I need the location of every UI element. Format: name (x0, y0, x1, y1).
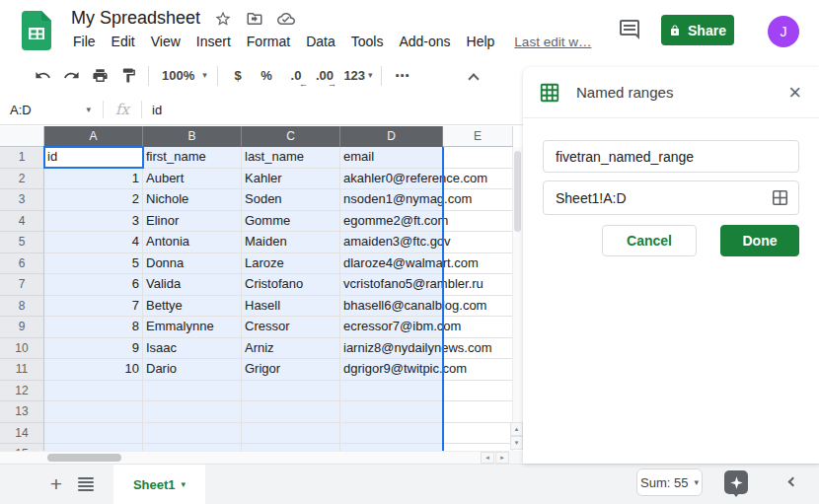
row-header-10[interactable]: 10 (0, 338, 44, 360)
column-header-E[interactable]: E (443, 126, 513, 147)
cell[interactable]: ecressor7@ibm.com (340, 317, 443, 338)
cell[interactable] (242, 381, 340, 402)
menu-item-format[interactable]: Format (239, 33, 298, 50)
cell[interactable]: Antonia (143, 232, 242, 253)
redo-button[interactable] (59, 64, 83, 88)
sheets-logo-icon[interactable] (22, 11, 51, 50)
cell[interactable] (44, 423, 143, 445)
cell[interactable] (443, 211, 513, 233)
cell[interactable]: akahler0@reference.com (340, 169, 443, 190)
cell[interactable] (44, 381, 143, 402)
select-data-range-icon[interactable] (771, 188, 789, 207)
select-all-corner[interactable] (0, 126, 44, 147)
cell[interactable]: dlaroze4@walmart.com (340, 253, 443, 275)
cell[interactable]: Isaac (143, 338, 242, 360)
hide-menus-button[interactable] (466, 71, 482, 85)
cell[interactable] (44, 444, 143, 451)
cell[interactable]: Emmalynne (143, 317, 242, 338)
menu-item-help[interactable]: Help (459, 33, 503, 50)
add-sheet-button[interactable]: + (44, 472, 68, 496)
cell[interactable]: amaiden3@ftc.gov (340, 232, 443, 253)
menu-item-add-ons[interactable]: Add-ons (391, 33, 458, 50)
zoom-select[interactable]: 100% ▾ (157, 68, 212, 83)
cell[interactable]: Aubert (143, 169, 242, 190)
cell[interactable]: Bettye (143, 296, 242, 318)
row-header-15[interactable]: 15 (0, 444, 44, 451)
cell[interactable] (443, 147, 513, 169)
cell[interactable]: vcristofano5@rambler.ru (340, 274, 443, 296)
cancel-button[interactable]: Cancel (602, 225, 697, 256)
cell[interactable]: 2 (44, 189, 143, 211)
cell[interactable]: Donna (143, 253, 242, 275)
cell[interactable] (443, 401, 513, 423)
cell[interactable]: Soden (242, 189, 340, 211)
cell[interactable] (443, 381, 513, 402)
all-sheets-menu-button[interactable] (78, 476, 94, 492)
cell[interactable] (443, 444, 513, 451)
cell[interactable]: Laroze (242, 253, 340, 275)
cell[interactable]: 5 (44, 253, 143, 275)
cell[interactable] (143, 401, 242, 423)
row-header-5[interactable]: 5 (0, 232, 44, 253)
cell[interactable]: nsoden1@nymag.com (340, 189, 443, 211)
paint-format-button[interactable] (116, 64, 140, 88)
row-header-1[interactable]: 1 (0, 147, 44, 169)
more-formats-button[interactable]: 123 ▾ (340, 68, 376, 83)
print-button[interactable] (88, 64, 112, 88)
formula-input[interactable]: id (142, 103, 162, 117)
name-box[interactable]: A:D ▾ (0, 95, 103, 124)
vertical-scrollbar-thumb[interactable] (514, 151, 521, 232)
cell[interactable]: bhasell6@canalblog.com (340, 296, 443, 318)
cell[interactable]: first_name (143, 147, 242, 169)
menu-item-view[interactable]: View (143, 33, 188, 50)
explore-button[interactable] (724, 470, 748, 494)
cell[interactable] (340, 401, 443, 423)
menu-item-insert[interactable]: Insert (188, 33, 239, 50)
share-button[interactable]: Share (661, 15, 734, 45)
cell[interactable]: Grigor (242, 359, 340, 381)
cell[interactable]: dgrigor9@twitpic.com (340, 359, 443, 381)
cell[interactable] (340, 444, 443, 451)
menu-item-data[interactable]: Data (298, 33, 343, 50)
horizontal-scrollbar-thumb[interactable] (47, 454, 121, 462)
cell[interactable] (242, 423, 340, 445)
cell[interactable] (242, 444, 340, 451)
cell[interactable]: egomme2@ft.com (340, 211, 443, 233)
cell[interactable]: 1 (44, 169, 143, 190)
move-folder-icon[interactable] (246, 10, 263, 28)
decrease-decimals-button[interactable]: .0← (283, 64, 309, 88)
cell[interactable]: 6 (44, 274, 143, 296)
cell[interactable]: Gomme (242, 211, 340, 233)
cell[interactable]: 8 (44, 317, 143, 338)
row-header-14[interactable]: 14 (0, 423, 44, 445)
row-header-3[interactable]: 3 (0, 189, 44, 211)
cell[interactable]: Valida (143, 274, 242, 296)
cell[interactable]: iarniz8@nydailynews.com (340, 338, 443, 360)
cell[interactable]: email (340, 147, 443, 169)
cell[interactable] (340, 423, 443, 445)
sum-indicator[interactable]: Sum: 55 ▾ (636, 468, 703, 496)
format-currency-button[interactable]: $ (226, 64, 250, 88)
avatar[interactable]: J (768, 16, 799, 47)
star-icon[interactable] (214, 10, 232, 28)
cell[interactable]: 7 (44, 296, 143, 318)
row-header-9[interactable]: 9 (0, 317, 44, 338)
cell[interactable] (143, 423, 242, 445)
scroll-down-button[interactable]: ▾ (510, 436, 523, 450)
cell[interactable]: 3 (44, 211, 143, 233)
close-icon[interactable]: × (786, 82, 803, 104)
column-header-A[interactable]: A (44, 126, 143, 147)
comment-history-button[interactable] (618, 18, 643, 43)
cell[interactable]: Cressor (242, 317, 340, 338)
row-header-6[interactable]: 6 (0, 253, 44, 275)
row-header-8[interactable]: 8 (0, 296, 44, 318)
scroll-left-button[interactable]: ◂ (481, 452, 494, 464)
done-button[interactable]: Done (720, 225, 799, 256)
scroll-right-button[interactable]: ▸ (495, 452, 509, 464)
cell[interactable] (143, 444, 242, 451)
cell[interactable]: id (44, 147, 143, 169)
cell[interactable]: 4 (44, 232, 143, 253)
cell[interactable] (443, 423, 513, 445)
last-edit-link[interactable]: Last edit w… (514, 35, 591, 49)
row-header-11[interactable]: 11 (0, 359, 44, 381)
